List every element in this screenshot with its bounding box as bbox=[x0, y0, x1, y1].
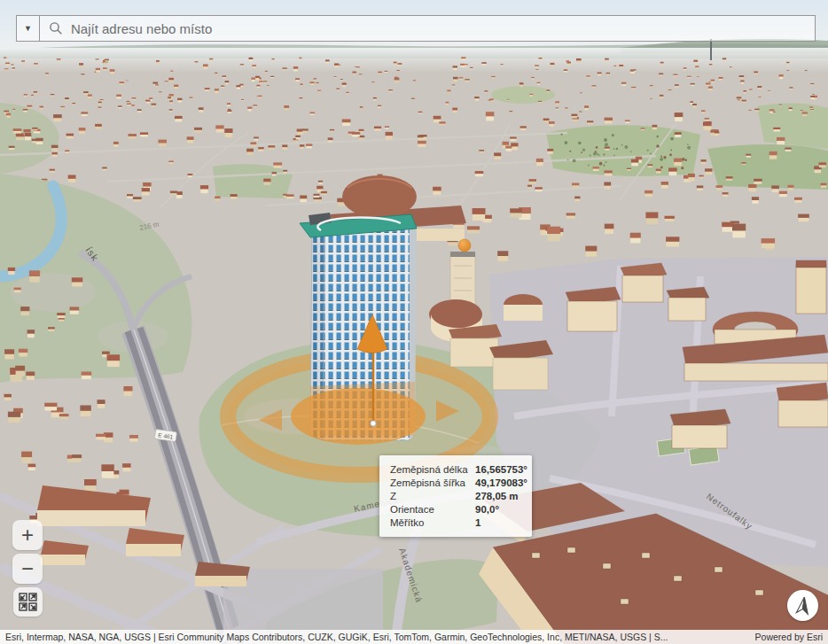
compass-reset-button[interactable] bbox=[787, 590, 818, 621]
pan-arrows-icon bbox=[19, 593, 37, 611]
info-row: Orientace90,0° bbox=[390, 503, 521, 516]
orange-sphere-handle bbox=[458, 239, 471, 252]
chevron-down-icon: ▼ bbox=[24, 24, 32, 33]
attribution-sources: Esri, Intermap, NASA, NGA, USGS | Esri C… bbox=[5, 632, 739, 642]
search-input[interactable] bbox=[69, 16, 815, 41]
zoom-in-button[interactable]: + bbox=[12, 520, 43, 550]
info-row: Zeměpisná délka16,565753° bbox=[390, 463, 521, 477]
parking-area bbox=[223, 569, 383, 640]
coordinates-tooltip: Zeměpisná délka16,565753° Zeměpisná šířk… bbox=[379, 455, 532, 537]
tv-tower-silhouette bbox=[710, 39, 712, 60]
zoom-out-button[interactable]: − bbox=[12, 554, 43, 584]
powered-by-esri[interactable]: Powered by Esri bbox=[755, 632, 823, 642]
info-row: Měřítko1 bbox=[390, 516, 521, 530]
search-bar: ▼ bbox=[16, 15, 816, 42]
attribution-bar: Esri, Intermap, NASA, NGA, USGS | Esri C… bbox=[0, 630, 828, 644]
info-row: Zeměpisná šířka49,179083° bbox=[390, 477, 521, 490]
compass-pointer-icon bbox=[793, 595, 814, 617]
scene-viewer-app: Kamenice Akademická Netroufalky ísk 216 … bbox=[0, 0, 828, 644]
search-source-dropdown-button[interactable]: ▼ bbox=[17, 16, 40, 41]
pan-mode-toggle-button[interactable] bbox=[13, 587, 43, 617]
sports-field bbox=[689, 446, 719, 465]
search-icon bbox=[40, 16, 69, 41]
scene-3d-map[interactable]: Kamenice Akademická Netroufalky ísk 216 … bbox=[0, 0, 828, 644]
info-row: Z278,05 m bbox=[390, 490, 521, 503]
